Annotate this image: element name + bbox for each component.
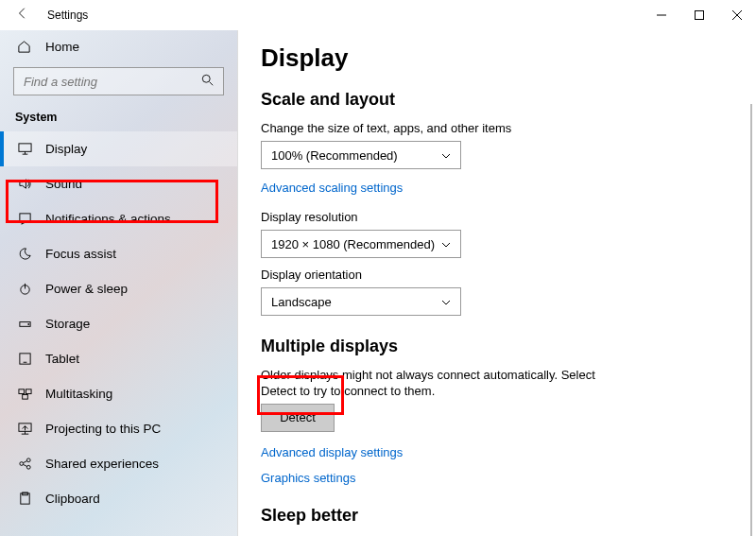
nav-list: Display Sound Notifications & actions Fo…	[0, 131, 237, 536]
back-button[interactable]	[13, 7, 32, 24]
moon-icon	[17, 247, 32, 261]
sidebar: Home System Display Sound Notifications …	[0, 30, 237, 536]
home-icon	[17, 40, 32, 54]
svg-point-1	[202, 75, 210, 82]
main-content: Display Scale and layout Change the size…	[237, 30, 756, 536]
nav-power[interactable]: Power & sleep	[0, 271, 237, 306]
minimize-button[interactable]	[643, 0, 680, 30]
orientation-label: Display orientation	[261, 268, 737, 282]
chevron-down-icon	[441, 238, 451, 250]
nav-projecting[interactable]: Projecting to this PC	[0, 411, 237, 446]
notification-icon	[17, 212, 32, 226]
advanced-display-link[interactable]: Advanced display settings	[261, 445, 737, 459]
nav-shared[interactable]: Shared experiences	[0, 446, 237, 481]
chevron-down-icon	[441, 149, 451, 161]
svg-point-6	[27, 323, 28, 324]
svg-rect-8	[18, 389, 24, 394]
nav-notifications[interactable]: Notifications & actions	[0, 201, 237, 236]
resolution-label: Display resolution	[261, 210, 737, 224]
window-title: Settings	[47, 9, 88, 22]
svg-point-12	[19, 462, 23, 466]
svg-rect-2	[18, 144, 30, 151]
maximize-button[interactable]	[680, 0, 718, 30]
multi-desc: Older displays might not always connect …	[261, 368, 610, 400]
tablet-icon	[17, 352, 32, 366]
home-nav[interactable]: Home	[0, 30, 237, 63]
orientation-select[interactable]: Landscape	[261, 287, 461, 316]
scale-size-select[interactable]: 100% (Recommended)	[261, 141, 461, 169]
nav-storage[interactable]: Storage	[0, 306, 237, 341]
graphics-link[interactable]: Graphics settings	[261, 471, 737, 485]
svg-rect-10	[22, 394, 27, 399]
search-icon	[201, 74, 215, 91]
close-button[interactable]	[718, 0, 756, 30]
multitask-icon	[17, 387, 32, 401]
nav-display[interactable]: Display	[0, 131, 237, 166]
nav-tablet[interactable]: Tablet	[0, 341, 237, 376]
nav-focus-assist[interactable]: Focus assist	[0, 236, 237, 271]
nav-sound[interactable]: Sound	[0, 166, 237, 201]
nav-clipboard[interactable]: Clipboard	[0, 481, 237, 516]
search-input[interactable]	[13, 67, 224, 95]
home-label: Home	[45, 40, 79, 54]
share-icon	[17, 457, 32, 471]
chevron-down-icon	[441, 296, 451, 307]
advanced-scaling-link[interactable]: Advanced scaling settings	[261, 181, 403, 195]
scale-heading: Scale and layout	[261, 90, 737, 110]
sound-icon	[17, 177, 32, 191]
scrollbar[interactable]	[750, 104, 752, 536]
project-icon	[17, 422, 32, 436]
power-icon	[17, 282, 32, 296]
svg-rect-9	[26, 389, 31, 394]
nav-multitasking[interactable]: Multitasking	[0, 376, 237, 411]
page-title: Display	[261, 43, 737, 73]
svg-rect-0	[696, 11, 704, 20]
multi-heading: Multiple displays	[261, 337, 737, 356]
clipboard-icon	[17, 492, 32, 506]
scale-size-label: Change the size of text, apps, and other…	[261, 121, 737, 135]
svg-point-14	[26, 465, 30, 469]
monitor-icon	[17, 142, 32, 156]
resolution-select[interactable]: 1920 × 1080 (Recommended)	[261, 230, 461, 258]
category-heading: System	[0, 105, 237, 131]
storage-icon	[17, 317, 32, 331]
sleep-heading: Sleep better	[261, 506, 737, 526]
svg-rect-3	[19, 214, 29, 221]
svg-point-13	[26, 458, 30, 462]
detect-button[interactable]: Detect	[261, 404, 335, 432]
